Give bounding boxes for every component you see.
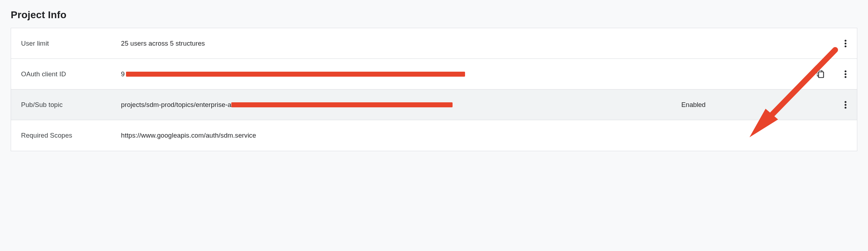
user-limit-label: User limit <box>21 40 121 47</box>
svg-point-0 <box>844 40 846 41</box>
scopes-value: https://www.googleapis.com/auth/sdm.serv… <box>121 132 681 139</box>
svg-point-7 <box>844 76 846 78</box>
more-vert-icon <box>844 39 847 48</box>
more-vert-icon <box>844 70 847 78</box>
pubsub-status: Enabled <box>681 101 810 109</box>
more-vert-icon <box>844 101 847 109</box>
row-pubsub-topic: Pub/Sub topic projects/sdm-prod/topics/e… <box>11 89 857 120</box>
oauth-copy-button[interactable] <box>813 67 828 81</box>
oauth-value-prefix: 9 <box>121 70 125 78</box>
section-title: Project Info <box>11 9 857 21</box>
svg-point-1 <box>844 42 846 44</box>
user-limit-more-button[interactable] <box>838 36 853 51</box>
svg-point-9 <box>844 104 846 106</box>
oauth-more-button[interactable] <box>838 67 853 81</box>
svg-point-6 <box>844 73 846 75</box>
svg-rect-4 <box>819 72 824 77</box>
row-user-limit: User limit 25 users across 5 structures <box>11 28 857 59</box>
row-required-scopes: Required Scopes https://www.googleapis.c… <box>11 120 857 151</box>
project-info-card: User limit 25 users across 5 structures … <box>11 28 857 151</box>
oauth-label: OAuth client ID <box>21 70 121 78</box>
redaction-bar <box>126 72 465 77</box>
pubsub-value-prefix: projects/sdm-prod/topics/enterprise-a <box>121 101 231 109</box>
oauth-value: 9 <box>121 70 681 78</box>
svg-point-8 <box>844 101 846 103</box>
pubsub-value: projects/sdm-prod/topics/enterprise-a <box>121 101 681 109</box>
scopes-label: Required Scopes <box>21 132 121 139</box>
redaction-bar <box>231 102 453 107</box>
svg-point-2 <box>844 45 846 47</box>
pubsub-label: Pub/Sub topic <box>21 101 121 109</box>
row-oauth-client-id: OAuth client ID 9 <box>11 59 857 89</box>
svg-point-10 <box>844 107 846 108</box>
pubsub-more-button[interactable] <box>838 98 853 112</box>
user-limit-value: 25 users across 5 structures <box>121 40 681 47</box>
copy-icon <box>817 70 824 78</box>
svg-point-5 <box>844 70 846 72</box>
